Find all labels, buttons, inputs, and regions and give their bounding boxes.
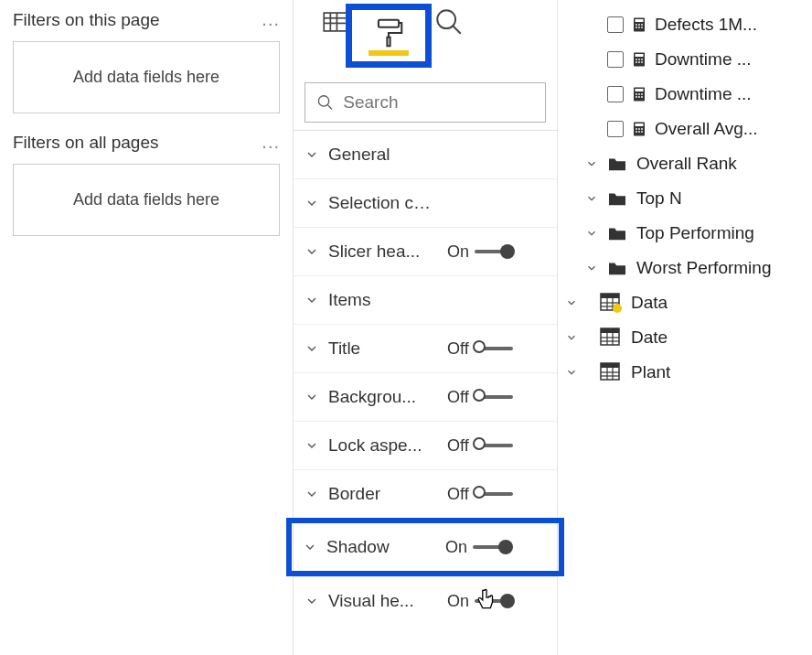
svg-point-39: [641, 128, 643, 130]
field-measure-item[interactable]: Downtime ...: [563, 42, 807, 77]
toggle-state-label: On: [447, 242, 469, 262]
svg-rect-44: [601, 294, 619, 298]
format-search-row[interactable]: [304, 82, 546, 123]
toggle-state-label: On: [445, 538, 467, 557]
format-section-slicer-hea-[interactable]: Slicer hea...On: [294, 227, 557, 275]
checkbox[interactable]: [607, 16, 624, 33]
filters-page-heading: Filters on this page: [13, 10, 160, 30]
format-section-lock-aspe-[interactable]: Lock aspe...Off: [294, 421, 557, 469]
toggle-switch[interactable]: [475, 347, 513, 350]
field-label: Overall Avg...: [655, 119, 758, 139]
table-icon: [600, 362, 622, 382]
format-section-label: Shadow: [326, 537, 436, 557]
format-accordion: GeneralSelection controlsSlicer hea...On…: [294, 128, 557, 627]
svg-point-41: [638, 131, 640, 133]
field-table-item[interactable]: Plant: [563, 355, 807, 390]
chevron-down-icon: [304, 341, 319, 356]
filters-allpages-more-icon[interactable]: ...: [262, 132, 280, 153]
field-label: Top N: [636, 188, 682, 209]
svg-line-8: [327, 104, 332, 109]
format-section-selection-controls[interactable]: Selection controls: [294, 178, 557, 227]
field-label: Overall Rank: [636, 154, 737, 174]
svg-rect-12: [636, 19, 644, 22]
format-section-border[interactable]: BorderOff: [294, 469, 557, 518]
chevron-down-icon: [585, 227, 598, 240]
field-table-item[interactable]: Data: [563, 285, 807, 320]
field-label: Downtime ...: [655, 84, 752, 104]
chevron-down-icon: [304, 196, 319, 210]
toggle-switch[interactable]: [475, 599, 513, 603]
filters-page-more-icon[interactable]: ...: [262, 9, 280, 30]
table-icon: [600, 328, 622, 348]
folder-icon: [607, 190, 627, 207]
field-measure-item[interactable]: Defects 1M...: [563, 7, 807, 42]
toggle-state-label: Off: [447, 485, 469, 504]
chevron-down-icon: [565, 331, 578, 344]
chevron-down-icon: [565, 296, 578, 309]
field-measure-item[interactable]: Downtime ...: [563, 77, 807, 112]
field-folder-item[interactable]: Worst Performing: [563, 251, 807, 285]
svg-rect-51: [601, 328, 619, 333]
field-folder-item[interactable]: Top Performing: [563, 216, 807, 251]
svg-point-14: [638, 24, 640, 26]
svg-rect-36: [636, 123, 644, 126]
svg-point-17: [638, 27, 640, 28]
format-section-items[interactable]: Items: [294, 275, 557, 324]
format-section-title[interactable]: TitleOff: [294, 324, 557, 372]
filters-pane: Filters on this page ... Add data fields…: [0, 0, 293, 655]
format-section-label: General: [328, 145, 438, 165]
toggle-switch[interactable]: [475, 395, 513, 399]
chevron-down-icon: [304, 487, 319, 501]
format-section-backgrou-[interactable]: Backgrou...Off: [294, 372, 557, 421]
format-section-general[interactable]: General: [294, 130, 557, 178]
svg-point-24: [636, 61, 637, 63]
toggle-state-label: Off: [447, 339, 469, 359]
analytics-tab-icon[interactable]: [431, 4, 467, 40]
svg-rect-0: [324, 13, 347, 31]
checkbox[interactable]: [607, 121, 624, 137]
svg-point-31: [641, 93, 643, 95]
svg-point-34: [641, 96, 643, 98]
field-folder-item[interactable]: Overall Rank: [563, 146, 807, 181]
folder-icon: [607, 260, 627, 276]
chevron-down-icon: [304, 390, 319, 404]
svg-point-7: [318, 96, 328, 106]
svg-point-15: [641, 24, 643, 26]
svg-point-5: [437, 10, 455, 28]
format-section-shadow[interactable]: ShadowOn: [286, 518, 564, 576]
svg-rect-28: [636, 89, 644, 91]
field-folder-item[interactable]: Top N: [563, 181, 807, 216]
svg-rect-20: [636, 54, 644, 57]
field-measure-item[interactable]: Overall Avg...: [563, 112, 807, 146]
toggle-switch[interactable]: [473, 545, 511, 549]
svg-point-49: [613, 304, 622, 313]
chevron-down-icon: [304, 594, 319, 608]
checkbox[interactable]: [607, 51, 624, 68]
svg-rect-57: [601, 363, 619, 368]
checkbox[interactable]: [607, 86, 624, 102]
filters-page-dropzone[interactable]: Add data fields here: [13, 41, 280, 113]
field-label: Defects 1M...: [655, 15, 757, 35]
svg-point-38: [638, 128, 640, 130]
toggle-switch[interactable]: [475, 492, 513, 496]
folder-icon: [607, 225, 627, 242]
toggle-switch[interactable]: [475, 444, 513, 447]
calculator-icon: [631, 120, 647, 138]
field-table-item[interactable]: Date: [563, 320, 807, 355]
format-pane: GeneralSelection controlsSlicer hea...On…: [293, 0, 558, 655]
toggle-switch[interactable]: [475, 250, 513, 253]
field-label: Plant: [631, 362, 670, 382]
format-section-visual-he-[interactable]: Visual he...On: [294, 576, 557, 625]
filters-allpages-dropzone[interactable]: Add data fields here: [13, 164, 280, 236]
format-section-label: Selection controls: [328, 193, 438, 213]
chevron-down-icon: [303, 540, 317, 554]
svg-point-25: [638, 61, 640, 63]
format-section-label: Border: [328, 484, 438, 504]
toggle-state-label: Off: [447, 436, 469, 456]
svg-point-18: [641, 27, 643, 28]
format-search-input[interactable]: [343, 92, 534, 113]
folder-icon: [607, 156, 627, 172]
svg-point-23: [641, 59, 643, 60]
fields-tab-icon[interactable]: [317, 4, 354, 40]
format-section-label: Backgrou...: [328, 387, 438, 407]
